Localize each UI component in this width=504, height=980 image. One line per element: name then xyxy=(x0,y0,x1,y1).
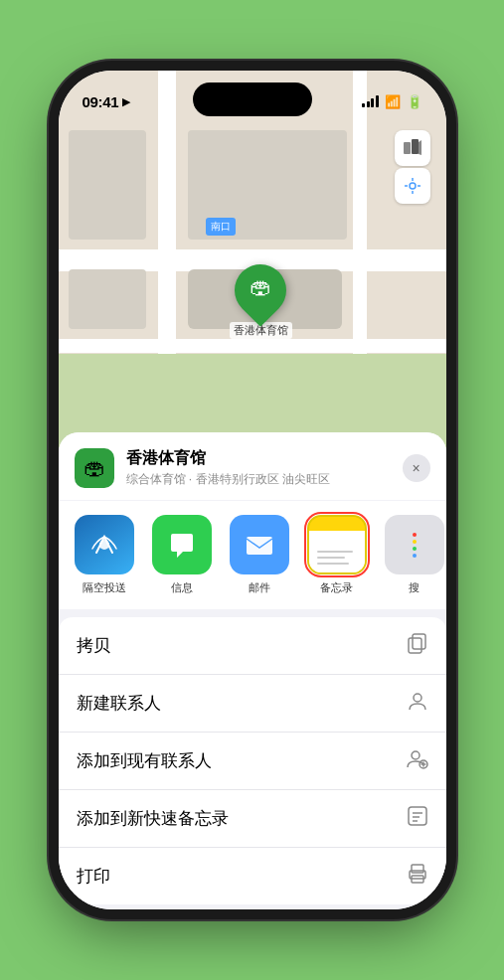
action-add-notes[interactable]: 添加到新快速备忘录 xyxy=(59,790,446,848)
notes-label: 备忘录 xyxy=(320,580,353,595)
place-subtitle: 综合体育馆 · 香港特别行政区 油尖旺区 xyxy=(126,471,391,488)
share-airdrop[interactable]: 隔空投送 xyxy=(69,515,140,595)
svg-rect-1 xyxy=(412,139,419,154)
place-info: 香港体育馆 综合体育馆 · 香港特别行政区 油尖旺区 xyxy=(126,448,391,488)
add-existing-label: 添加到现有联系人 xyxy=(77,749,212,772)
copy-icon xyxy=(407,632,428,659)
more-icon xyxy=(385,515,444,574)
action-section: 拷贝 新建联系人 添加到现有联系人 xyxy=(59,617,446,904)
place-icon: 🏟 xyxy=(75,448,114,488)
svg-point-11 xyxy=(414,694,421,702)
place-icon-emoji: 🏟 xyxy=(84,455,105,481)
bottom-sheet: 🏟 香港体育馆 综合体育馆 · 香港特别行政区 油尖旺区 × xyxy=(59,432,446,909)
share-mail[interactable]: 邮件 xyxy=(224,515,295,595)
add-notes-icon xyxy=(407,805,428,832)
map-block xyxy=(69,269,146,329)
pin-emoji: 🏟 xyxy=(250,274,271,300)
action-print[interactable]: 打印 xyxy=(59,848,446,904)
status-icons: 📶 🔋 xyxy=(362,94,422,109)
print-icon xyxy=(407,863,428,890)
status-time: 09:41 xyxy=(83,93,119,110)
svg-point-2 xyxy=(410,183,416,189)
dynamic-island xyxy=(193,82,312,116)
more-label: 搜 xyxy=(409,580,420,595)
share-notes[interactable]: 备忘录 xyxy=(301,515,373,595)
mail-label: 邮件 xyxy=(249,580,270,595)
share-messages[interactable]: 信息 xyxy=(146,515,218,595)
action-copy[interactable]: 拷贝 xyxy=(59,617,446,675)
svg-rect-10 xyxy=(413,634,425,649)
add-existing-icon xyxy=(407,747,428,774)
print-label: 打印 xyxy=(77,865,110,888)
notes-icon xyxy=(307,515,367,574)
map-road xyxy=(59,339,446,353)
svg-rect-16 xyxy=(409,807,426,825)
messages-icon xyxy=(152,515,212,574)
location-pin: 🏟 香港体育馆 xyxy=(230,264,292,339)
mail-icon xyxy=(230,515,289,574)
share-more[interactable]: 搜 xyxy=(379,515,446,595)
signal-icon xyxy=(362,95,379,107)
place-header: 🏟 香港体育馆 综合体育馆 · 香港特别行政区 油尖旺区 × xyxy=(59,432,446,500)
svg-rect-0 xyxy=(404,142,411,154)
map-controls xyxy=(395,130,430,206)
copy-label: 拷贝 xyxy=(77,634,110,657)
close-icon: × xyxy=(412,460,420,476)
share-row: 隔空投送 信息 邮件 xyxy=(59,501,446,609)
close-button[interactable]: × xyxy=(403,454,430,482)
location-icon: ▶ xyxy=(122,95,130,108)
map-label-nankou: 南口 xyxy=(206,218,236,236)
action-new-contact[interactable]: 新建联系人 xyxy=(59,675,446,733)
pin-icon: 🏟 xyxy=(224,253,297,327)
place-name: 香港体育馆 xyxy=(126,448,391,469)
svg-rect-9 xyxy=(409,638,421,653)
add-notes-label: 添加到新快速备忘录 xyxy=(77,807,229,830)
svg-rect-8 xyxy=(247,537,272,555)
action-add-existing[interactable]: 添加到现有联系人 xyxy=(59,733,446,790)
svg-point-12 xyxy=(412,751,420,759)
map-type-button[interactable] xyxy=(395,130,430,166)
airdrop-icon xyxy=(75,515,134,574)
battery-icon: 🔋 xyxy=(407,94,422,109)
location-button[interactable] xyxy=(395,168,430,204)
phone-frame: 09:41 ▶ 📶 🔋 南口 xyxy=(59,71,446,909)
new-contact-icon xyxy=(407,690,428,717)
map-block xyxy=(69,130,146,240)
airdrop-label: 隔空投送 xyxy=(83,580,126,595)
new-contact-label: 新建联系人 xyxy=(77,692,161,715)
svg-rect-20 xyxy=(412,865,423,873)
wifi-icon: 📶 xyxy=(385,94,401,109)
messages-label: 信息 xyxy=(171,580,193,595)
